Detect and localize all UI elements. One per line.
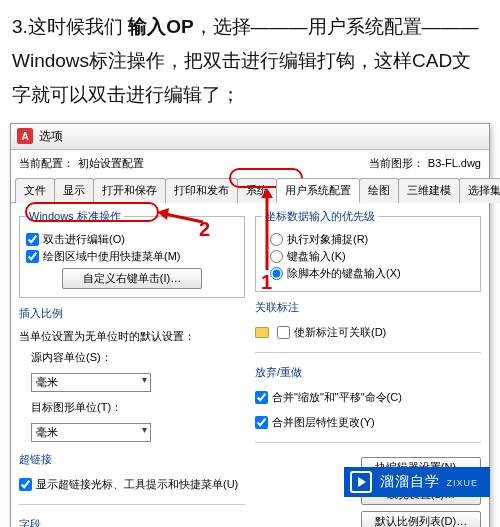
chk-context-menu-box[interactable] (26, 250, 39, 263)
windows-ops-title: Windows 标准操作 (26, 209, 124, 224)
btn-custom-right-click[interactable]: 自定义右键单击(I)… (62, 268, 202, 289)
chk-layer[interactable]: 合并图层特性更改(Y) (255, 415, 481, 430)
tab-user-config[interactable]: 用户系统配置 (276, 178, 360, 203)
insert-scale-title: 插入比例 (19, 306, 245, 321)
assoc-title: 关联标注 (255, 300, 481, 315)
tab-files[interactable]: 文件 (15, 178, 55, 203)
titlebar: A 选项 (11, 124, 489, 150)
chk-hyperlink-box[interactable] (19, 478, 32, 491)
watermark: 溜溜自学 ZIXUE (344, 467, 490, 497)
instruction-text: 3.这时候我们 输入OP，选择———用户系统配置———Windows标注操作，把… (0, 0, 500, 123)
tab-display[interactable]: 显示 (54, 178, 94, 203)
tab-draw[interactable]: 绘图 (359, 178, 399, 203)
tabs: 文件 显示 打开和保存 打印和发布 系统 用户系统配置 绘图 三维建模 选择集 … (11, 177, 489, 203)
annotation-2: 2 (199, 218, 210, 241)
watermark-domain: ZIXUE (446, 478, 478, 488)
source-unit-label: 源内容单位(S)： (31, 350, 245, 365)
app-icon: A (17, 128, 33, 144)
field-title: 字段 (19, 517, 245, 527)
priority-group: 坐标数据输入的优先级 执行对象捕捉(R) 键盘输入(K) 除脚本外的键盘输入(X… (255, 209, 481, 292)
chk-dblclick-edit-box[interactable] (26, 233, 39, 246)
chk-hyperlink[interactable]: 显示超链接光标、工具提示和快捷菜单(U) (19, 477, 245, 492)
chk-context-menu[interactable]: 绘图区域中使用快捷菜单(M) (26, 249, 238, 264)
tab-select[interactable]: 选择集 (459, 178, 500, 203)
chk-hyperlink-label: 显示超链接光标、工具提示和快捷菜单(U) (36, 477, 238, 492)
tab-print[interactable]: 打印和发布 (165, 178, 238, 203)
chk-zoom-pan[interactable]: 合并"缩放"和"平移"命令(C) (255, 390, 481, 405)
chk-assoc-box[interactable] (277, 326, 290, 339)
current-drawing-value: B3-FL.dwg (428, 157, 481, 169)
chk-context-menu-label: 绘图区域中使用快捷菜单(M) (43, 249, 181, 264)
source-unit-select[interactable]: 毫米 (31, 373, 151, 392)
chk-dblclick-edit-label: 双击进行编辑(O) (43, 232, 125, 247)
tab-system[interactable]: 系统 (237, 178, 277, 203)
watermark-text: 溜溜自学 (380, 473, 440, 489)
chk-assoc-label: 使新标注可关联(D) (294, 325, 386, 340)
target-unit-select[interactable]: 毫米 (31, 423, 151, 442)
chk-zoom-pan-label: 合并"缩放"和"平移"命令(C) (272, 390, 402, 405)
priority-title: 坐标数据输入的优先级 (262, 209, 378, 224)
tab-3d[interactable]: 三维建模 (398, 178, 460, 203)
chk-assoc[interactable]: 使新标注可关联(D) (255, 325, 481, 340)
undo-title: 放弃/重做 (255, 365, 481, 380)
tab-open-save[interactable]: 打开和保存 (93, 178, 166, 203)
current-drawing-label: 当前图形： (369, 156, 424, 171)
chk-layer-box[interactable] (255, 416, 268, 429)
play-icon (350, 471, 372, 493)
target-unit-label: 目标图形单位(T)： (31, 400, 245, 415)
current-config-value: 初始设置配置 (78, 156, 198, 171)
windows-ops-group: Windows 标准操作 双击进行编辑(O) 绘图区域中使用快捷菜单(M) 自定… (19, 209, 245, 298)
btn-default-scale[interactable]: 默认比例列表(D)… (361, 511, 481, 527)
annotation-1: 1 (261, 271, 272, 294)
current-config-label: 当前配置： (19, 156, 74, 171)
config-row: 当前配置： 初始设置配置 当前图形： B3-FL.dwg (11, 150, 489, 175)
radio-keyboard[interactable]: 键盘输入(K) (270, 249, 474, 264)
chk-layer-label: 合并图层特性更改(Y) (272, 415, 375, 430)
window-title: 选项 (39, 128, 63, 145)
insert-scale-desc: 当单位设置为无单位时的默认设置： (19, 329, 245, 344)
folder-icon (255, 327, 269, 338)
hyperlink-title: 超链接 (19, 452, 245, 467)
chk-zoom-pan-box[interactable] (255, 391, 268, 404)
radio-keyboard-except[interactable]: 除脚本外的键盘输入(X) (270, 266, 474, 281)
radio-snap[interactable]: 执行对象捕捉(R) (270, 232, 474, 247)
